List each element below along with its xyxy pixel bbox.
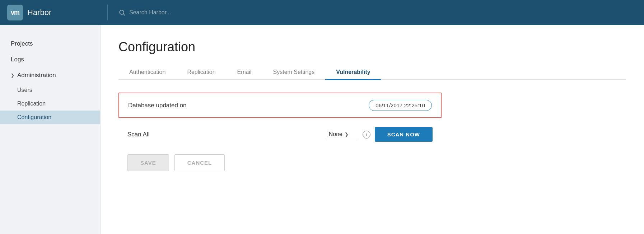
app-header: vm Harbor Search Harbor...: [0, 0, 644, 25]
svg-line-1: [123, 14, 125, 16]
chevron-down-icon: ❯: [11, 73, 14, 78]
search-bar[interactable]: Search Harbor...: [108, 9, 171, 16]
vm-logo: vm: [7, 5, 23, 20]
svg-point-0: [120, 10, 124, 14]
info-icon[interactable]: i: [363, 131, 370, 139]
scan-now-button[interactable]: SCAN NOW: [375, 127, 433, 142]
scan-all-row: Scan All None ❯ i SCAN NOW: [118, 127, 442, 142]
sidebar-item-replication[interactable]: Replication: [0, 97, 100, 111]
tab-replication[interactable]: Replication: [176, 65, 226, 80]
tab-email[interactable]: Email: [227, 65, 262, 80]
search-icon: [118, 9, 126, 16]
db-updated-label: Database updated on: [128, 102, 369, 109]
sidebar-item-configuration[interactable]: Configuration: [0, 111, 100, 124]
search-placeholder[interactable]: Search Harbor...: [129, 9, 171, 16]
vulnerability-content: Database updated on 06/11/2017 22:25:10 …: [118, 93, 442, 171]
brand-area: vm Harbor: [7, 5, 108, 20]
cancel-button[interactable]: CANCEL: [174, 154, 225, 171]
db-updated-row: Database updated on 06/11/2017 22:25:10: [118, 93, 442, 118]
sidebar: Projects Logs ❯ Administration Users Rep…: [0, 25, 101, 234]
brand-title: Harbor: [27, 8, 51, 17]
save-button[interactable]: SAVE: [127, 154, 169, 171]
tab-vulnerability[interactable]: Vulnerability: [325, 65, 381, 80]
main-layout: Projects Logs ❯ Administration Users Rep…: [0, 25, 644, 234]
chevron-down-icon: ❯: [345, 132, 349, 137]
db-date-badge: 06/11/2017 22:25:10: [369, 100, 432, 111]
action-buttons: SAVE CANCEL: [118, 154, 442, 171]
scan-all-label: Scan All: [127, 131, 319, 138]
sidebar-item-logs[interactable]: Logs: [0, 52, 100, 67]
sidebar-administration-header[interactable]: ❯ Administration: [0, 67, 100, 83]
page-title: Configuration: [118, 39, 626, 55]
sidebar-item-projects[interactable]: Projects: [0, 36, 100, 52]
configuration-tabs: Authentication Replication Email System …: [118, 65, 626, 80]
tab-authentication[interactable]: Authentication: [118, 65, 176, 80]
sidebar-item-users[interactable]: Users: [0, 83, 100, 97]
scan-select[interactable]: None ❯: [326, 130, 358, 139]
scan-controls: None ❯ i SCAN NOW: [326, 127, 433, 142]
tab-system-settings[interactable]: System Settings: [262, 65, 326, 80]
main-content: Configuration Authentication Replication…: [101, 25, 644, 234]
